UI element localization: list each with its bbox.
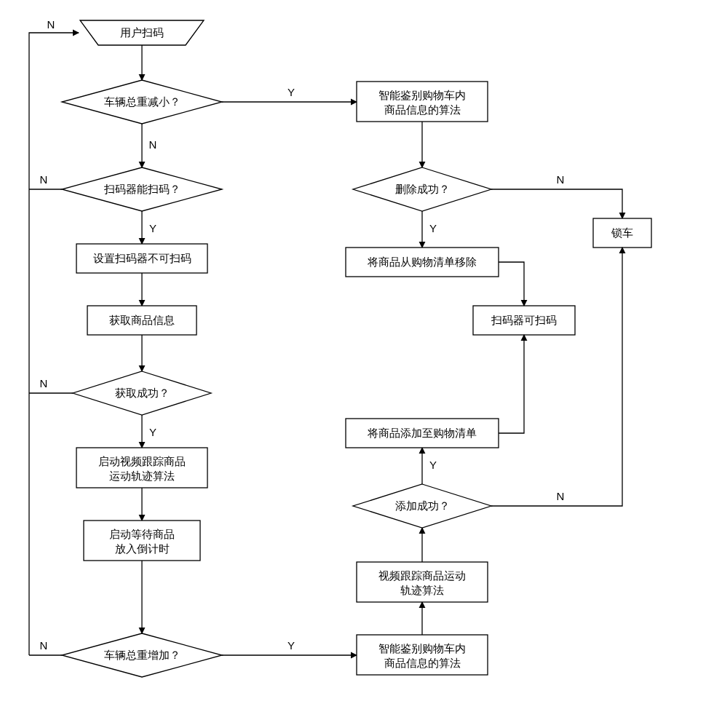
proc-set-no-scan-label: 设置扫码器不可扫码	[93, 252, 191, 264]
start-label: 用户扫码	[120, 26, 164, 39]
edge-collector-to-start	[29, 33, 79, 655]
proc-track-algo-l1: 视频跟踪商品运动	[378, 569, 466, 582]
edge-delok-y-label: Y	[429, 222, 437, 234]
proc-lock-label: 锁车	[611, 226, 633, 239]
proc-algo-bot-l2: 商品信息的算法	[384, 657, 461, 669]
proc-algo-top-l1: 智能鉴别购物车内	[378, 89, 466, 101]
edge-wdec-y-label: Y	[287, 86, 295, 98]
edge-addok-n-label: N	[557, 490, 565, 502]
edge-winc-y-label: Y	[287, 639, 295, 652]
edge-delok-n	[491, 189, 622, 218]
edge-wdec-n-label: N	[149, 138, 157, 151]
proc-remove-item-label: 将商品从购物清单移除	[367, 256, 477, 268]
proc-add-item-label: 将商品添加至购物清单	[367, 427, 477, 439]
proc-get-info-label: 获取商品信息	[109, 314, 175, 326]
proc-algo-bot-l1: 智能鉴别购物车内	[378, 642, 466, 654]
proc-start-countdown-l2: 放入倒计时	[115, 542, 170, 555]
edge-getok-n-label: N	[40, 377, 48, 389]
edge-canscan-n-label: N	[40, 173, 48, 186]
edge-addok-n	[491, 248, 622, 506]
decision-delete-ok-label: 删除成功？	[395, 183, 450, 195]
edge-winc-n-label: N	[40, 639, 48, 652]
proc-algo-top-l2: 商品信息的算法	[384, 103, 461, 116]
proc-scanner-ok-label: 扫码器可扫码	[491, 314, 557, 326]
decision-weight-inc-label: 车辆总重增加？	[104, 649, 181, 661]
edge-canscan-y-label: Y	[149, 222, 156, 234]
edge-collector-top-n: N	[47, 18, 55, 31]
edge-delok-n-label: N	[557, 173, 565, 186]
proc-track-algo-l2: 轨迹算法	[400, 584, 444, 596]
proc-start-countdown-l1: 启动等待商品	[109, 528, 175, 540]
edge-add-scanner	[499, 335, 524, 433]
proc-start-track-l2: 运动轨迹算法	[109, 470, 175, 482]
decision-can-scan-label: 扫码器能扫码？	[103, 183, 181, 195]
proc-start-track-l1: 启动视频跟踪商品	[98, 455, 186, 467]
decision-weight-dec-label: 车辆总重减小？	[104, 95, 181, 108]
edge-getok-y-label: Y	[149, 426, 156, 438]
edge-remove-scanner	[499, 262, 524, 306]
decision-add-ok-label: 添加成功？	[395, 499, 450, 512]
decision-get-ok-label: 获取成功？	[115, 387, 170, 399]
edge-addok-y-label: Y	[429, 459, 437, 471]
